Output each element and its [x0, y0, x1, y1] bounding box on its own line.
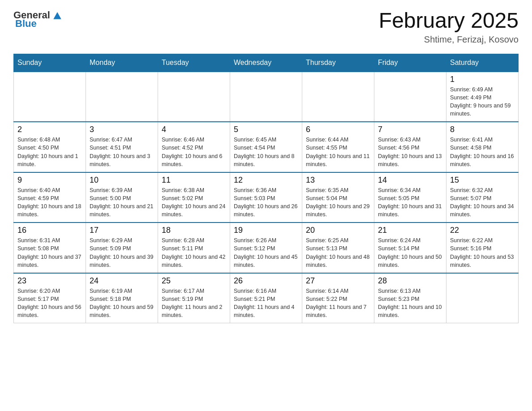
calendar-cell: 13Sunrise: 6:35 AM Sunset: 5:04 PM Dayli… — [302, 172, 374, 223]
calendar-cell: 2Sunrise: 6:48 AM Sunset: 4:50 PM Daylig… — [14, 122, 86, 172]
week-row-4: 16Sunrise: 6:31 AM Sunset: 5:08 PM Dayli… — [14, 223, 519, 273]
day-info: Sunrise: 6:49 AM Sunset: 4:49 PM Dayligh… — [450, 86, 515, 118]
day-number: 21 — [378, 226, 442, 235]
day-info: Sunrise: 6:46 AM Sunset: 4:52 PM Dayligh… — [162, 136, 226, 168]
calendar-cell: 8Sunrise: 6:41 AM Sunset: 4:58 PM Daylig… — [446, 122, 519, 172]
calendar-cell: 1Sunrise: 6:49 AM Sunset: 4:49 PM Daylig… — [446, 72, 519, 122]
calendar-cell: 12Sunrise: 6:36 AM Sunset: 5:03 PM Dayli… — [230, 172, 302, 223]
day-number: 27 — [306, 276, 370, 286]
day-number: 13 — [306, 176, 370, 185]
day-header-sunday: Sunday — [14, 54, 86, 72]
day-number: 8 — [450, 125, 515, 134]
calendar-cell — [230, 72, 302, 122]
day-info: Sunrise: 6:19 AM Sunset: 5:18 PM Dayligh… — [90, 287, 154, 320]
day-number: 15 — [450, 176, 515, 185]
calendar-cell: 4Sunrise: 6:46 AM Sunset: 4:52 PM Daylig… — [158, 122, 230, 172]
day-number: 22 — [450, 226, 515, 235]
day-header-tuesday: Tuesday — [158, 54, 230, 72]
calendar-cell: 28Sunrise: 6:13 AM Sunset: 5:23 PM Dayli… — [374, 273, 446, 323]
day-header-monday: Monday — [86, 54, 158, 72]
day-info: Sunrise: 6:38 AM Sunset: 5:02 PM Dayligh… — [162, 186, 226, 219]
day-number: 16 — [17, 226, 82, 235]
logo-blue-text: Blue — [15, 18, 37, 30]
day-number: 24 — [90, 276, 154, 286]
day-number: 2 — [17, 125, 82, 134]
calendar-header-row: SundayMondayTuesdayWednesdayThursdayFrid… — [14, 54, 519, 72]
day-number: 3 — [90, 125, 154, 134]
calendar-cell: 10Sunrise: 6:39 AM Sunset: 5:00 PM Dayli… — [86, 172, 158, 223]
calendar-cell — [374, 72, 446, 122]
day-number: 25 — [162, 276, 226, 286]
day-header-thursday: Thursday — [302, 54, 374, 72]
calendar-cell: 18Sunrise: 6:28 AM Sunset: 5:11 PM Dayli… — [158, 223, 230, 273]
day-number: 26 — [234, 276, 298, 286]
calendar-cell — [14, 72, 86, 122]
page-header: General Blue February 2025 Shtime, Feriz… — [13, 9, 519, 45]
day-info: Sunrise: 6:13 AM Sunset: 5:23 PM Dayligh… — [378, 287, 442, 320]
day-number: 20 — [306, 226, 370, 235]
calendar-cell: 7Sunrise: 6:43 AM Sunset: 4:56 PM Daylig… — [374, 122, 446, 172]
day-number: 4 — [162, 125, 226, 134]
day-number: 7 — [378, 125, 442, 134]
week-row-5: 23Sunrise: 6:20 AM Sunset: 5:17 PM Dayli… — [14, 273, 519, 323]
calendar-cell: 3Sunrise: 6:47 AM Sunset: 4:51 PM Daylig… — [86, 122, 158, 172]
calendar-cell: 23Sunrise: 6:20 AM Sunset: 5:17 PM Dayli… — [14, 273, 86, 323]
calendar-table: SundayMondayTuesdayWednesdayThursdayFrid… — [13, 54, 519, 324]
calendar-cell: 6Sunrise: 6:44 AM Sunset: 4:55 PM Daylig… — [302, 122, 374, 172]
day-info: Sunrise: 6:43 AM Sunset: 4:56 PM Dayligh… — [378, 136, 442, 168]
calendar-cell: 15Sunrise: 6:32 AM Sunset: 5:07 PM Dayli… — [446, 172, 519, 223]
calendar-cell: 17Sunrise: 6:29 AM Sunset: 5:09 PM Dayli… — [86, 223, 158, 273]
logo: General Blue — [13, 9, 64, 30]
day-info: Sunrise: 6:14 AM Sunset: 5:22 PM Dayligh… — [306, 287, 370, 320]
day-info: Sunrise: 6:32 AM Sunset: 5:07 PM Dayligh… — [450, 186, 515, 219]
day-info: Sunrise: 6:22 AM Sunset: 5:16 PM Dayligh… — [450, 236, 515, 269]
calendar-cell: 20Sunrise: 6:25 AM Sunset: 5:13 PM Dayli… — [302, 223, 374, 273]
calendar-cell: 19Sunrise: 6:26 AM Sunset: 5:12 PM Dayli… — [230, 223, 302, 273]
day-info: Sunrise: 6:36 AM Sunset: 5:03 PM Dayligh… — [234, 186, 298, 219]
calendar-cell: 5Sunrise: 6:45 AM Sunset: 4:54 PM Daylig… — [230, 122, 302, 172]
day-number: 5 — [234, 125, 298, 134]
day-info: Sunrise: 6:44 AM Sunset: 4:55 PM Dayligh… — [306, 136, 370, 168]
day-number: 10 — [90, 176, 154, 185]
day-number: 19 — [234, 226, 298, 235]
calendar-cell — [302, 72, 374, 122]
day-info: Sunrise: 6:47 AM Sunset: 4:51 PM Dayligh… — [90, 136, 154, 168]
calendar-cell — [86, 72, 158, 122]
day-number: 11 — [162, 176, 226, 185]
calendar-cell — [158, 72, 230, 122]
calendar-cell: 11Sunrise: 6:38 AM Sunset: 5:02 PM Dayli… — [158, 172, 230, 223]
day-info: Sunrise: 6:35 AM Sunset: 5:04 PM Dayligh… — [306, 186, 370, 219]
day-info: Sunrise: 6:25 AM Sunset: 5:13 PM Dayligh… — [306, 236, 370, 269]
day-info: Sunrise: 6:28 AM Sunset: 5:11 PM Dayligh… — [162, 236, 226, 269]
week-row-3: 9Sunrise: 6:40 AM Sunset: 4:59 PM Daylig… — [14, 172, 519, 223]
calendar-cell: 21Sunrise: 6:24 AM Sunset: 5:14 PM Dayli… — [374, 223, 446, 273]
day-header-wednesday: Wednesday — [230, 54, 302, 72]
day-info: Sunrise: 6:26 AM Sunset: 5:12 PM Dayligh… — [234, 236, 298, 269]
day-info: Sunrise: 6:20 AM Sunset: 5:17 PM Dayligh… — [17, 287, 82, 320]
title-block: February 2025 Shtime, Ferizaj, Kosovo — [379, 9, 519, 45]
calendar-cell: 22Sunrise: 6:22 AM Sunset: 5:16 PM Dayli… — [446, 223, 519, 273]
day-number: 14 — [378, 176, 442, 185]
day-header-saturday: Saturday — [446, 54, 519, 72]
day-info: Sunrise: 6:34 AM Sunset: 5:05 PM Dayligh… — [378, 186, 442, 219]
day-number: 28 — [378, 276, 442, 286]
calendar-cell: 9Sunrise: 6:40 AM Sunset: 4:59 PM Daylig… — [14, 172, 86, 223]
calendar-cell — [446, 273, 519, 323]
calendar-cell: 25Sunrise: 6:17 AM Sunset: 5:19 PM Dayli… — [158, 273, 230, 323]
day-number: 18 — [162, 226, 226, 235]
month-title: February 2025 — [379, 9, 519, 33]
day-number: 9 — [17, 176, 82, 185]
day-info: Sunrise: 6:39 AM Sunset: 5:00 PM Dayligh… — [90, 186, 154, 219]
calendar-cell: 26Sunrise: 6:16 AM Sunset: 5:21 PM Dayli… — [230, 273, 302, 323]
day-number: 6 — [306, 125, 370, 134]
week-row-2: 2Sunrise: 6:48 AM Sunset: 4:50 PM Daylig… — [14, 122, 519, 172]
location-title: Shtime, Ferizaj, Kosovo — [379, 34, 519, 45]
calendar-cell: 16Sunrise: 6:31 AM Sunset: 5:08 PM Dayli… — [14, 223, 86, 273]
day-info: Sunrise: 6:17 AM Sunset: 5:19 PM Dayligh… — [162, 287, 226, 320]
day-info: Sunrise: 6:24 AM Sunset: 5:14 PM Dayligh… — [378, 236, 442, 269]
calendar-cell: 27Sunrise: 6:14 AM Sunset: 5:22 PM Dayli… — [302, 273, 374, 323]
day-info: Sunrise: 6:31 AM Sunset: 5:08 PM Dayligh… — [17, 236, 82, 269]
week-row-1: 1Sunrise: 6:49 AM Sunset: 4:49 PM Daylig… — [14, 72, 519, 122]
day-number: 12 — [234, 176, 298, 185]
calendar-cell: 14Sunrise: 6:34 AM Sunset: 5:05 PM Dayli… — [374, 172, 446, 223]
